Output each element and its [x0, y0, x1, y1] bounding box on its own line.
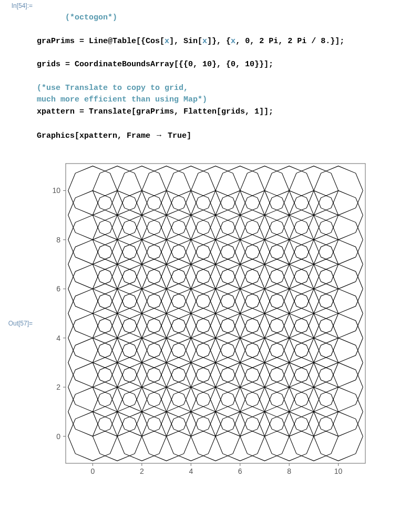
- output-cell: Out[57]= 02468100246810: [0, 158, 420, 487]
- svg-text:6: 6: [56, 285, 60, 293]
- var-x: x: [231, 37, 235, 46]
- comment-translate-a: (*use Translate to copy to grid,: [37, 84, 188, 93]
- input-cell: In[54]:= (*octogon*) graPrims = Line@Tab…: [0, 0, 420, 143]
- comment-translate-b: much more efficient than using Map*): [37, 95, 207, 104]
- svg-text:2: 2: [56, 383, 60, 391]
- svg-text:4: 4: [189, 467, 193, 475]
- comment-octogon: (*octogon*): [65, 13, 117, 22]
- svg-text:10: 10: [52, 186, 60, 195]
- code-line-grids: grids = CoordinateBoundsArray[{{0, 10}, …: [37, 59, 415, 71]
- octagon-pattern-graphic: 02468100246810: [37, 158, 373, 484]
- output-label: Out[57]=: [0, 318, 37, 327]
- var-x: x: [165, 37, 169, 46]
- svg-text:8: 8: [56, 235, 60, 243]
- svg-text:4: 4: [56, 333, 60, 342]
- code-block[interactable]: (*octogon*) graPrims = Line@Table[{Cos[x…: [37, 0, 420, 143]
- svg-text:8: 8: [287, 467, 291, 475]
- var-x: x: [202, 37, 207, 46]
- svg-text:6: 6: [238, 467, 242, 475]
- code-line-graphics: Graphics[xpattern, Frame → True]: [37, 129, 415, 143]
- input-label: In[54]:=: [0, 0, 37, 9]
- code-line-xpattern: xpattern = Translate[graPrims, Flatten[g…: [37, 106, 415, 118]
- svg-text:10: 10: [334, 467, 343, 475]
- svg-text:0: 0: [90, 467, 95, 475]
- svg-text:0: 0: [56, 432, 60, 440]
- rule-arrow: →: [155, 130, 163, 139]
- svg-text:2: 2: [140, 467, 144, 475]
- code-line-graprims: graPrims = Line@Table[{Cos[x], Sin[x]}, …: [37, 36, 415, 48]
